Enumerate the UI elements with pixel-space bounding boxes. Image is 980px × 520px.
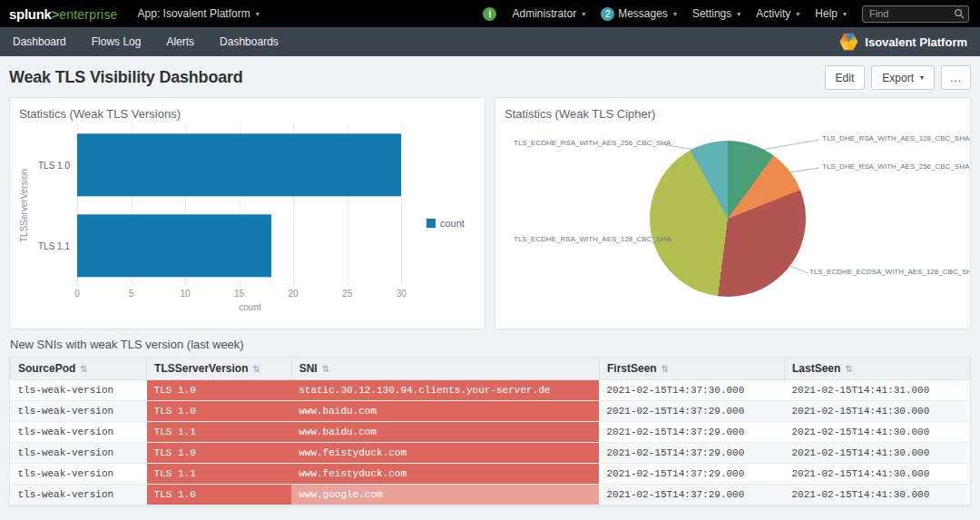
legend-label: count [440,218,465,229]
table-cell: TLS 1.0 [147,380,292,401]
help-menu-label: Help [815,7,838,20]
isovalent-brand: Isovalent Platform [839,33,980,51]
table-cell: 2021-02-15T14:41:30.000 [784,464,969,485]
bar-category-label: TLS 1.0 [38,160,70,170]
nav-dashboard[interactable]: Dashboard [0,27,79,56]
dashboard-header: Weak TLS Visibility Dashboard Edit Expor… [0,56,980,97]
find-search[interactable] [862,5,969,23]
table-row[interactable]: tls-weak-versionTLS 1.0www.baidu.com2021… [11,401,970,422]
table-cell: 2021-02-15T14:41:30.000 [784,443,969,464]
bar-panel-title: Statistics (Weak TLS Versions) [19,107,475,121]
app-menu[interactable]: App: Isovalent Platform ▾ [138,7,260,20]
caret-down-icon: ▾ [582,10,585,18]
table-cell: TLS 1.0 [147,485,292,505]
sort-icon: ⇅ [252,364,260,374]
sni-table-panel: SourcePod⇅TLSServerVersion⇅SNI⇅FirstSeen… [9,357,971,506]
table-cell: tls-weak-version [11,401,147,422]
bar-xticks: 051015202530 [77,289,423,300]
table-cell: 2021-02-15T14:41:30.000 [784,485,969,505]
brand-gt: > [52,6,60,22]
bar-tls-1-1[interactable] [77,214,271,277]
caret-down-icon: ▾ [843,10,847,18]
caret-down-icon: ▾ [796,10,799,18]
table-cell: www.baidu.com [291,422,599,443]
user-menu-label: Administrator [512,7,576,20]
bar-chart-panel: Statistics (Weak TLS Versions) TLSServer… [9,97,485,329]
column-header-firstseen[interactable]: FirstSeen⇅ [599,358,784,380]
table-header-row: SourcePod⇅TLSServerVersion⇅SNI⇅FirstSeen… [11,358,970,380]
splunk-logo[interactable]: splunk>enterprise [9,6,118,22]
isovalent-brand-label: Isovalent Platform [865,35,967,49]
table-cell: www.google.com [291,485,599,505]
user-menu[interactable]: Administrator ▾ [512,7,585,20]
caret-down-icon: ▾ [256,10,260,18]
x-tick-label: 5 [129,289,134,299]
table-cell: 2021-02-15T14:37:29.000 [599,401,784,422]
nav-flows-log[interactable]: Flows Log [79,27,154,56]
table-cell: tls-weak-version [11,485,147,505]
activity-menu[interactable]: Activity ▾ [756,7,799,20]
table-cell: tls-weak-version [11,380,147,401]
pie-slice-label: TLS_DHE_RSA_WITH_AES_256_CBC_SHA [822,162,969,171]
search-icon [954,8,965,19]
column-label: SourcePod [18,362,75,375]
sort-icon: ⇅ [662,364,669,374]
more-button[interactable]: ... [941,65,971,90]
table-cell: static.30.12.130.94.clients.your-server.… [291,380,599,401]
chart-legend: count [423,218,475,229]
sni-table-section: New SNIs with weak TLS version (last wee… [9,338,971,506]
messages-menu-label: Messages [618,7,668,20]
table-cell: 2021-02-15T14:41:31.000 [784,380,969,401]
edit-button[interactable]: Edit [825,65,866,90]
caret-down-icon: ▾ [737,10,740,18]
table-cell: tls-weak-version [11,422,147,443]
settings-menu[interactable]: Settings ▾ [692,7,740,20]
table-cell: 2021-02-15T14:41:30.000 [784,422,969,443]
isovalent-logo [839,33,858,51]
column-header-sni[interactable]: SNI⇅ [291,358,599,380]
pie-slice-label: TLS_ECDHE_RSA_WITH_AES_256_CBC_SHA [514,139,661,147]
settings-menu-label: Settings [692,7,731,20]
bar-chart: TLSServerVersion TLS 1.0TLS 1.1 05101520… [19,124,475,322]
sort-icon: ⇅ [322,364,329,374]
x-tick-label: 0 [74,289,80,299]
info-icon[interactable]: i [483,7,496,21]
help-menu[interactable]: Help ▾ [815,7,847,20]
x-tick-label: 10 [181,289,191,299]
column-header-lastseen[interactable]: LastSeen⇅ [784,358,969,380]
pie-panel-title: Statistics (Weak TLS Cipher) [505,107,961,121]
table-cell: TLS 1.0 [147,401,292,422]
table-cell: 2021-02-15T14:37:30.000 [599,380,784,401]
sort-icon: ⇅ [845,364,852,374]
nav-dashboards[interactable]: Dashboards [207,27,291,56]
export-button[interactable]: Export ▾ [871,65,935,90]
nav-alerts[interactable]: Alerts [153,27,207,56]
app-navbar: Dashboard Flows Log Alerts Dashboards Is… [0,27,980,56]
table-row[interactable]: tls-weak-versionTLS 1.0www.feistyduck.co… [11,443,970,464]
column-header-sourcepod[interactable]: SourcePod⇅ [11,358,147,380]
brand-splunk: splunk [9,6,52,22]
table-title: New SNIs with weak TLS version (last wee… [10,338,970,351]
column-label: TLSServerVersion [154,362,248,375]
pie-slice-label: TLS_DHE_RSA_WITH_AES_128_CBC_SHA [822,134,969,142]
x-tick-label: 15 [234,289,244,299]
column-header-tlsserverversion[interactable]: TLSServerVersion⇅ [147,358,292,380]
pie-chart[interactable] [650,141,806,297]
table-row[interactable]: tls-weak-versionTLS 1.0static.30.12.130.… [11,380,970,401]
bar-category-label: TLS 1.1 [38,240,70,250]
pie-slice-label: TLS_ECDHE_RSA_WITH_AES_128_CBC_SHA [514,235,661,243]
page-title: Weak TLS Visibility Dashboard [9,68,243,87]
table-row[interactable]: tls-weak-versionTLS 1.1www.feistyduck.co… [11,464,970,485]
export-button-label: Export [882,72,914,84]
messages-menu[interactable]: 2 Messages ▾ [601,7,677,21]
table-cell: TLS 1.0 [147,443,292,464]
splunk-topbar: splunk>enterprise App: Isovalent Platfor… [0,0,980,27]
sni-table: SourcePod⇅TLSServerVersion⇅SNI⇅FirstSeen… [10,358,970,505]
table-row[interactable]: tls-weak-versionTLS 1.1www.baidu.com2021… [11,422,970,443]
table-cell: 2021-02-15T14:37:29.000 [599,422,784,443]
table-row[interactable]: tls-weak-versionTLS 1.0www.google.com202… [11,485,970,505]
bar-plot: TLS 1.0TLS 1.1 [77,124,423,286]
bar-tls-1-0[interactable] [77,133,401,196]
pie-chart-area: TLS_ECDHE_RSA_WITH_AES_256_CBC_SHA TLS_D… [505,126,961,313]
legend-swatch [426,219,436,228]
